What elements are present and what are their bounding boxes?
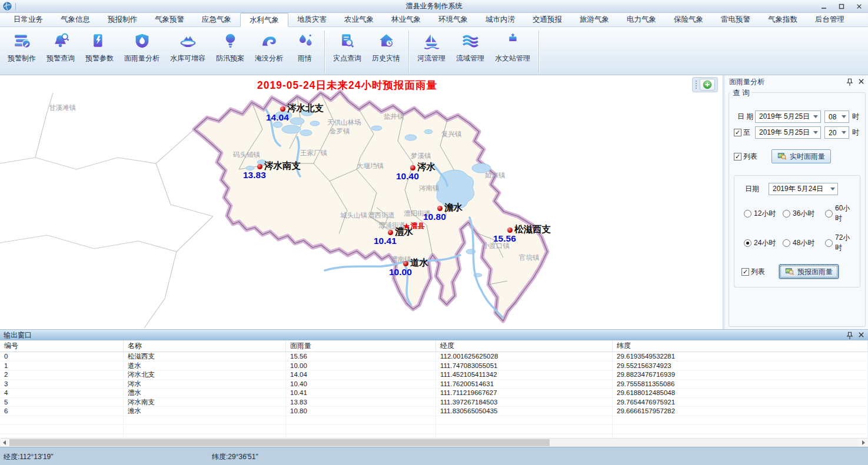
duration-radio[interactable]: 60小时 [825, 203, 854, 223]
town-label: 澧南镇 [391, 255, 411, 264]
base-map [0, 75, 723, 328]
menu-tab[interactable]: 气象预警 [146, 13, 193, 26]
menu-tab-label: 旅游气象 [580, 15, 609, 25]
basin-manage-icon [461, 32, 480, 49]
horizontal-scrollbar[interactable] [0, 438, 868, 447]
menu-tab[interactable]: 保险气象 [665, 13, 712, 26]
close-button[interactable] [855, 3, 863, 10]
menu-tab[interactable]: 农业气象 [335, 13, 383, 26]
submerge-analysis-icon [260, 32, 279, 49]
toolbar-button[interactable]: 防汛预案 [211, 29, 250, 72]
menu-tab[interactable]: 雷电预警 [712, 13, 759, 26]
menu-tab[interactable]: 后台管理 [806, 13, 853, 26]
end-date-select[interactable]: 2019年 5月25日 [755, 126, 821, 139]
maximize-button[interactable] [837, 3, 846, 10]
cell-longitude: 111.747083055051 [436, 362, 613, 371]
end-date-checkbox[interactable]: 至 [734, 128, 755, 138]
column-header[interactable]: 编号 [0, 340, 124, 352]
table-row[interactable]: 4 澧水 10.41 111.711219667627 29.618801248… [0, 389, 868, 398]
cell-rainfall: 13.83 [286, 398, 436, 407]
menu-tab-label: 交通预报 [533, 15, 562, 25]
table-rows: 0 松滋西支 15.56 112.001625625028 29.6193549… [0, 352, 868, 416]
toolbar-button[interactable]: 流域管理 [451, 29, 490, 72]
duration-radio[interactable]: 12小时 [744, 203, 783, 223]
forecast-date-select[interactable]: 2019年 5月24日 [769, 183, 838, 195]
chevron-down-icon [842, 115, 846, 118]
minimize-button[interactable] [820, 3, 828, 10]
toolbar-button[interactable]: 河流管理 [412, 29, 451, 72]
radio-icon [744, 239, 751, 247]
table-body: 0 松滋西支 15.56 112.001625625028 29.6193549… [0, 352, 868, 438]
drag-grip-icon[interactable] [695, 80, 697, 89]
duration-radio[interactable]: 72小时 [825, 233, 854, 253]
menu-tab-label: 后台管理 [815, 15, 844, 25]
column-header[interactable]: 纬度 [613, 340, 868, 352]
output-close-icon[interactable] [858, 332, 865, 339]
menu-tab[interactable]: 林业气象 [383, 13, 430, 26]
pin-icon[interactable] [846, 78, 853, 86]
menu-tab[interactable]: 日常业务 [5, 13, 52, 26]
town-label: 码头铺镇 [233, 150, 260, 159]
menu-tab[interactable]: 电力气象 [618, 13, 665, 26]
flood-plan-icon [221, 32, 240, 49]
toolbar-button[interactable]: 历史灾情 [367, 29, 405, 72]
scroll-left-button[interactable] [0, 439, 9, 447]
toolbar-divider [324, 31, 325, 73]
menu-tab[interactable]: 交通预报 [524, 13, 571, 26]
disaster-query-icon [338, 32, 357, 49]
table-row[interactable]: 6 澹水 10.80 111.830565050435 29.666615795… [0, 407, 868, 416]
cell-id: 3 [0, 380, 124, 389]
scroll-right-button[interactable] [859, 439, 868, 447]
radio-icon [825, 239, 833, 247]
menu-tab[interactable]: 水利气象 [240, 13, 288, 27]
table-row[interactable]: 0 松滋西支 15.56 112.001625625028 29.6193549… [0, 352, 868, 362]
toolbar-button[interactable]: 淹没分析 [250, 29, 288, 72]
realtime-list-checkbox[interactable]: 列表 [734, 152, 771, 162]
column-header[interactable]: 面雨量 [286, 340, 436, 352]
town-label: 天供山林场 [327, 118, 361, 127]
duration-radio[interactable]: 48小时 [783, 233, 825, 253]
toolbar-button-label: 预警参数 [85, 53, 114, 63]
realtime-rainfall-button[interactable]: 实时面雨量 [771, 149, 831, 163]
output-window-title: 输出窗口 [4, 330, 32, 340]
pin-icon[interactable] [846, 332, 853, 339]
duration-radio[interactable]: 24小时 [744, 233, 783, 253]
column-header[interactable]: 名称 [124, 340, 286, 352]
menu-tab[interactable]: 环境气象 [430, 13, 477, 26]
toolbar-button[interactable]: 水库可增容 [165, 29, 211, 72]
map-add-button[interactable] [700, 79, 715, 91]
station-rainfall-value: 13.83 [243, 170, 266, 180]
forecast-list-checkbox[interactable]: 列表 [741, 267, 779, 277]
column-header[interactable]: 经度 [436, 340, 613, 352]
menu-tab[interactable]: 应急气象 [193, 13, 240, 26]
table-row[interactable]: 1 道水 10.00 111.747083055051 29.552156374… [0, 362, 868, 371]
table-row[interactable]: 5 涔水南支 13.83 111.397267184503 29.7654476… [0, 398, 868, 407]
toolbar-button[interactable]: 水文站管理 [490, 29, 536, 72]
scrollbar-thumb[interactable] [9, 439, 550, 446]
table-row[interactable]: 2 涔水北支 14.04 111.452105411342 29.8823476… [0, 370, 868, 380]
toolbar-button[interactable]: 雨情 [288, 29, 321, 72]
menu-tab[interactable]: 旅游气象 [571, 13, 618, 26]
station-rainfall-value: 10.00 [389, 267, 412, 277]
toolbar-button[interactable]: 预警参数 [80, 29, 119, 72]
panel-close-icon[interactable] [858, 78, 865, 86]
chevron-down-icon [842, 131, 846, 134]
menu-tab[interactable]: 城市内涝 [477, 13, 524, 26]
forecast-rainfall-button[interactable]: 预报面雨量 [779, 265, 839, 279]
menu-tab[interactable]: 预报制作 [99, 13, 146, 26]
duration-radio[interactable]: 36小时 [783, 203, 825, 223]
menu-tab[interactable]: 气象指数 [759, 13, 806, 26]
end-hour-select[interactable]: 20 [824, 126, 849, 139]
toolbar-button[interactable]: 预警制作 [2, 29, 41, 72]
table-row[interactable]: 3 涔水 10.40 111.76200514631 29.7555811355… [0, 380, 868, 389]
menu-tab[interactable]: 地质灾害 [288, 13, 335, 26]
start-date-select[interactable]: 2019年 5月25日 [755, 111, 821, 123]
start-hour-select[interactable]: 08 [824, 111, 849, 123]
toolbar-button[interactable]: 预警查询 [41, 29, 80, 72]
menu-tab[interactable]: 气象信息 [52, 13, 99, 26]
toolbar-button-label: 水文站管理 [495, 53, 530, 63]
map-title: 2019-05-24日未来24小时预报面雨量 [0, 78, 694, 92]
toolbar-button[interactable]: 面雨量分析 [119, 29, 165, 72]
toolbar-button[interactable]: 灾点查询 [328, 29, 367, 72]
map-canvas[interactable]: 2019-05-24日未来24小时预报面雨量 甘溪滩镇盐井镇天供山林场金罗镇复兴… [0, 75, 723, 329]
